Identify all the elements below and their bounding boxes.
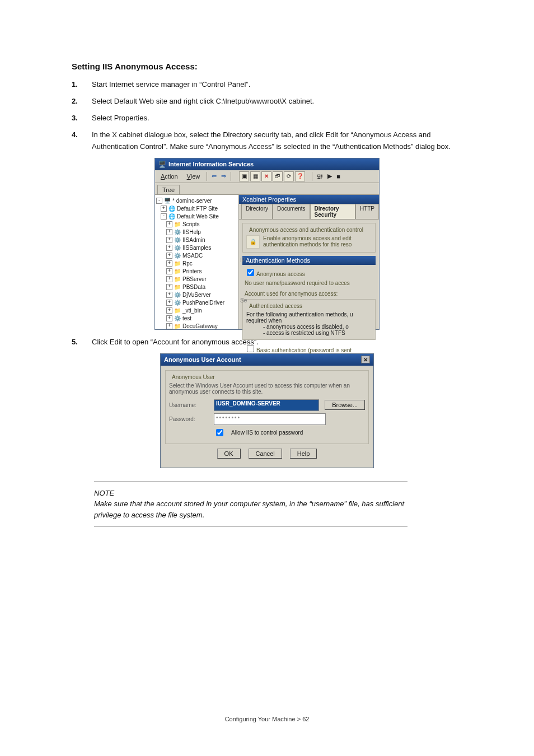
tree-node[interactable]: +⚙️IISAdmin (166, 236, 237, 244)
tree-web[interactable]: -🌐Default Web Site (161, 213, 237, 221)
tree-node[interactable]: +⚙️test (166, 315, 237, 323)
toolbar-stop-icon[interactable]: ■ (336, 173, 340, 180)
iis-toolbar: Action View ⇐ ⇒ ▣ ▦ ✕ 🗗 ⟳ ❓ 🖳 ▶ ■ (155, 170, 379, 183)
anon-group: Anonymous access and authentication cont… (242, 223, 376, 253)
tree-node[interactable]: +⚙️MSADC (166, 252, 237, 260)
browse-button[interactable]: Browse... (325, 400, 365, 410)
side-se: Se (240, 297, 247, 304)
app-icon: 🖥️ (158, 161, 166, 168)
proptab-documents[interactable]: Documents (273, 204, 310, 219)
allow-iis-checkbox[interactable] (216, 429, 223, 436)
proptab-directory[interactable]: Directory (241, 204, 273, 219)
side-ip: IP (240, 257, 245, 263)
anon-user-group: Anonymous User Select the Windows User A… (165, 370, 369, 444)
page-footer: Configuring Your Machine > 62 (0, 716, 534, 722)
anon-access-checkbox[interactable] (247, 269, 254, 276)
password-field[interactable]: •••••••• (214, 413, 326, 425)
ok-button[interactable]: OK (217, 449, 241, 459)
toolbar-computer-icon[interactable]: 🖳 (317, 173, 323, 180)
tree-pane: -🖥️* domino-server +🌐Default FTP Site -🌐… (155, 195, 239, 329)
anon-user-dialog: Anonymous User Account ✕ Anonymous User … (160, 353, 374, 468)
password-label: Password: (169, 416, 208, 422)
basic-auth-row[interactable]: Basic authentication (password is sent (245, 343, 373, 354)
lock-icon: 🔒 (246, 235, 260, 249)
proptab-security[interactable]: Directory Security (310, 204, 355, 219)
iis-titlebar: 🖥️ Internet Information Services (155, 158, 379, 170)
nav-fwd-icon[interactable]: ⇒ (221, 172, 226, 180)
nav-back-icon[interactable]: ⇐ (212, 172, 217, 180)
step-3: 3.Select Properties. (72, 113, 462, 124)
toolbar-btn-4[interactable]: 🗗 (273, 171, 283, 181)
note-block: NOTE Make sure that the account stored i… (94, 482, 407, 527)
tree-node[interactable]: +📁Rpc (166, 260, 237, 268)
tree-ftp[interactable]: +🌐Default FTP Site (161, 205, 237, 213)
help-button[interactable]: Help (290, 449, 317, 459)
tree-node[interactable]: +⚙️IISHelp (166, 228, 237, 236)
tab-tree[interactable]: Tree (157, 185, 180, 194)
step-1: 1.Start Internet service manager in “Con… (72, 79, 462, 90)
toolbar-btn-6[interactable]: ❓ (295, 171, 305, 181)
authed-group: Authenticated access For the following a… (242, 299, 376, 340)
properties-tabs: Directory Documents Directory Security H… (239, 204, 379, 220)
xcabinet-titlebar: Xcabinet Properties (239, 195, 379, 204)
tree-node[interactable]: +📁Printers (166, 268, 237, 276)
tree-node[interactable]: +📁Scripts (166, 221, 237, 228)
auth-methods-titlebar: Authentication Methods (242, 256, 376, 265)
step-2: 2.Select Default Web site and right clic… (72, 96, 462, 107)
cancel-button[interactable]: Cancel (249, 449, 282, 459)
tree-node[interactable]: +⚙️IISSamples (166, 244, 237, 252)
tree-node[interactable]: +📁PBServer (166, 276, 237, 283)
toolbar-btn-1[interactable]: ▣ (239, 171, 249, 181)
tree-node[interactable]: +📁_vti_bin (166, 307, 237, 315)
tree-root[interactable]: -🖥️* domino-server (156, 197, 237, 205)
proptab-http[interactable]: HTTP (355, 204, 379, 219)
username-field[interactable]: IUSR_DOMINO-SERVER (214, 399, 319, 411)
iis-window: 🖥️ Internet Information Services Action … (154, 158, 380, 330)
tree-node[interactable]: +⚙️PushPanelDriver (166, 299, 237, 307)
menu-view[interactable]: View (185, 173, 203, 180)
close-icon[interactable]: ✕ (361, 356, 370, 363)
anon-access-row[interactable]: Anonymous access (245, 267, 373, 278)
toolbar-delete-icon[interactable]: ✕ (261, 171, 271, 181)
menu-action[interactable]: Action (158, 173, 180, 180)
basic-auth-checkbox[interactable] (247, 345, 254, 352)
tree-node[interactable]: +📁DocuGateway (166, 323, 237, 329)
page-heading: Setting IIS Anonymous Access: (72, 62, 462, 71)
step-4: 4.In the X cabinet dialogue box, select … (72, 129, 462, 152)
toolbar-btn-5[interactable]: ⟳ (284, 171, 294, 181)
tree-node[interactable]: +⚙️DjVuServer (166, 291, 237, 299)
toolbar-play-icon[interactable]: ▶ (327, 172, 332, 180)
toolbar-btn-2[interactable]: ▦ (250, 171, 260, 181)
username-label: Username: (169, 402, 208, 408)
tree-node[interactable]: +📁PBSData (166, 283, 237, 291)
